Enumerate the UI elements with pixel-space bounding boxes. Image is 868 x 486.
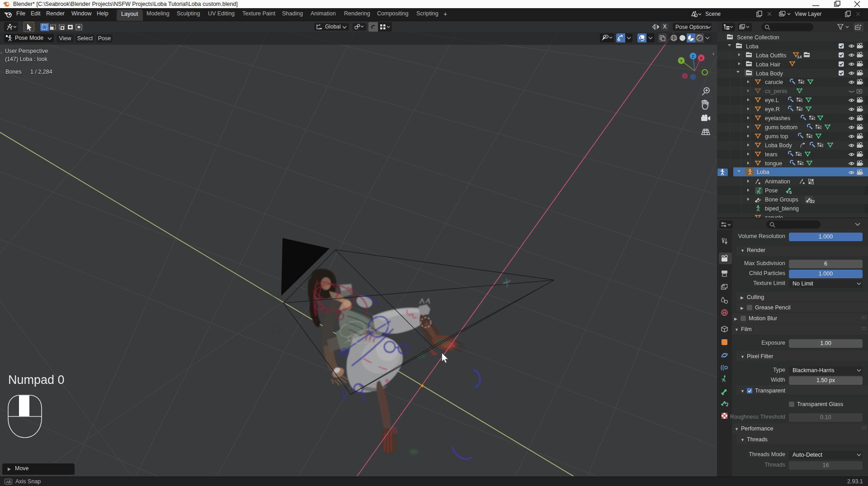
- svg-text:Y: Y: [680, 58, 683, 63]
- svg-text:tears: tears: [765, 151, 778, 158]
- svg-text:Loba Body: Loba Body: [765, 142, 793, 149]
- svg-text:Loba Outfits: Loba Outfits: [756, 52, 786, 59]
- svg-text:gums bottom: gums bottom: [765, 124, 797, 131]
- svg-text:eye.R: eye.R: [765, 106, 780, 112]
- svg-text:carucle: carucle: [765, 215, 783, 218]
- svg-text:carucle: carucle: [765, 79, 783, 85]
- svg-text:eye.L: eye.L: [765, 97, 779, 103]
- svg-text:Loba: Loba: [746, 43, 759, 50]
- svg-text:Scene Collection: Scene Collection: [737, 34, 779, 41]
- svg-text:14: 14: [797, 54, 802, 59]
- svg-text:eyelashes: eyelashes: [765, 115, 790, 122]
- svg-text:X: X: [700, 56, 703, 61]
- svg-text:tongue: tongue: [765, 160, 782, 167]
- svg-text:biped_blenrig: biped_blenrig: [765, 206, 799, 212]
- svg-text:Loba Hair: Loba Hair: [756, 61, 780, 68]
- svg-text:5: 5: [789, 190, 792, 195]
- svg-text:22: 22: [810, 199, 815, 204]
- svg-text:Animation: Animation: [765, 178, 790, 185]
- svg-text:Loba Body: Loba Body: [756, 70, 783, 77]
- svg-text:cs_penis: cs_penis: [765, 88, 787, 94]
- svg-text:Pose: Pose: [765, 187, 778, 194]
- svg-text:gums top: gums top: [765, 133, 788, 140]
- svg-text:Z: Z: [692, 54, 694, 59]
- svg-text:Bone Groups: Bone Groups: [765, 196, 798, 203]
- svg-text:Loba: Loba: [757, 169, 769, 175]
